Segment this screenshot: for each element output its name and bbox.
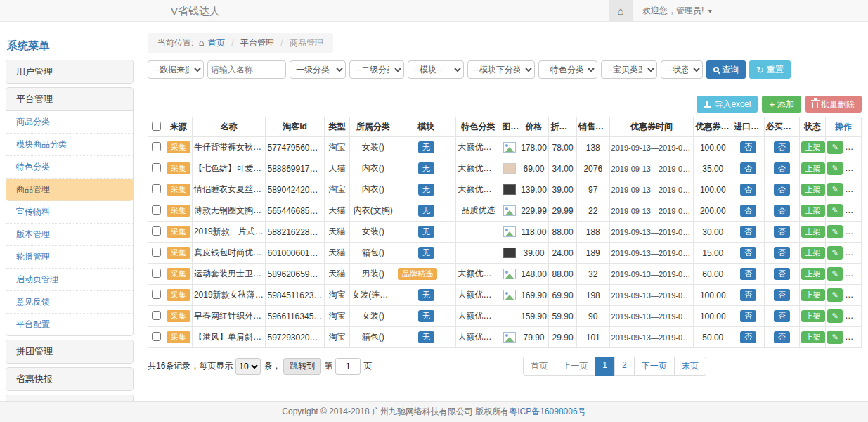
- edit-button[interactable]: ✎: [827, 204, 843, 217]
- import-select-badge[interactable]: 否: [740, 247, 756, 260]
- edit-button[interactable]: ✎: [827, 309, 843, 323]
- pager-first[interactable]: 首页: [523, 357, 555, 376]
- sidebar-item[interactable]: 宣传物料: [6, 201, 133, 224]
- row-checkbox[interactable]: [152, 269, 161, 278]
- row-checkbox[interactable]: [152, 184, 161, 193]
- add-button[interactable]: + 添加: [762, 96, 801, 113]
- import-select-badge[interactable]: 否: [740, 162, 756, 175]
- import-select-badge[interactable]: 否: [740, 141, 756, 154]
- sales-count: 188: [576, 222, 609, 243]
- topbar: V省钱达人 ⌂ 欢迎您，管理员! ▾: [0, 0, 868, 22]
- edit-button[interactable]: ✎: [827, 246, 843, 260]
- feature-category: 大额优惠券: [456, 285, 500, 306]
- source-badge: 采集: [167, 141, 190, 154]
- must-buy-badge[interactable]: 否: [774, 162, 790, 175]
- import-select-badge[interactable]: 否: [740, 184, 756, 196]
- status-select[interactable]: --状态--: [661, 60, 703, 79]
- must-buy-badge[interactable]: 否: [774, 141, 790, 154]
- module-subcategory-select[interactable]: --模块下分类--: [467, 60, 535, 79]
- row-checkbox[interactable]: [152, 226, 161, 236]
- row-checkbox[interactable]: [152, 163, 161, 172]
- edit-button[interactable]: ✎: [827, 141, 843, 154]
- sidebar-panel-toggle[interactable]: 省惠快报: [6, 368, 133, 390]
- row-checkbox[interactable]: [152, 290, 161, 299]
- sidebar-item[interactable]: 平台配置: [6, 314, 133, 335]
- import-select-badge[interactable]: 否: [740, 226, 756, 238]
- must-buy-badge[interactable]: 否: [774, 247, 790, 260]
- import-excel-button[interactable]: 导入excel: [697, 96, 758, 113]
- sidebar-item[interactable]: 商品分类: [6, 111, 133, 134]
- pager-page-1[interactable]: 1: [595, 357, 615, 376]
- import-select-badge[interactable]: 否: [740, 310, 756, 323]
- name-search-input[interactable]: [207, 60, 286, 79]
- row-checkbox[interactable]: [152, 332, 161, 341]
- status-badge[interactable]: 上架: [801, 268, 825, 281]
- pager-last[interactable]: 末页: [674, 357, 706, 376]
- must-buy-badge[interactable]: 否: [774, 331, 790, 344]
- import-select-badge[interactable]: 否: [740, 205, 756, 217]
- status-badge[interactable]: 上架: [801, 162, 825, 175]
- category1-select[interactable]: 一级分类: [290, 60, 346, 79]
- taoke-id: 596611634525: [266, 306, 324, 327]
- pager-page-2[interactable]: 2: [614, 357, 635, 376]
- item-type-select[interactable]: --宝贝类型--: [601, 60, 657, 79]
- sidebar-item[interactable]: 商品管理: [6, 179, 133, 201]
- row-checkbox[interactable]: [152, 248, 161, 257]
- module-badge: 无: [418, 205, 434, 217]
- edit-button[interactable]: ✎: [827, 267, 843, 281]
- sidebar-item[interactable]: 轮播管理: [6, 246, 133, 269]
- per-page-select[interactable]: 10: [235, 358, 261, 375]
- reset-button[interactable]: ↻ 重置: [749, 60, 791, 79]
- status-badge[interactable]: 上架: [801, 141, 825, 154]
- page-number-input[interactable]: [335, 358, 361, 375]
- price: 79.90: [519, 327, 549, 348]
- import-select-badge[interactable]: 否: [740, 289, 756, 302]
- jump-to-button[interactable]: 跳转到: [283, 358, 321, 375]
- status-badge[interactable]: 上架: [801, 331, 825, 344]
- import-select-badge[interactable]: 否: [740, 331, 756, 344]
- edit-button[interactable]: ✎: [827, 288, 843, 302]
- import-select-badge[interactable]: 否: [740, 268, 756, 281]
- select-all-checkbox[interactable]: [152, 122, 161, 131]
- status-badge[interactable]: 上架: [801, 310, 825, 323]
- sidebar-item[interactable]: 意见反馈: [6, 291, 133, 314]
- must-buy-badge[interactable]: 否: [774, 289, 790, 302]
- icp-link[interactable]: 粤ICP备16098006号: [509, 406, 585, 418]
- sidebar-item[interactable]: 启动页管理: [6, 269, 133, 291]
- sidebar-item[interactable]: 模块商品分类: [6, 134, 133, 156]
- batch-delete-button[interactable]: 批量删除: [805, 96, 862, 113]
- must-buy-badge[interactable]: 否: [774, 205, 790, 217]
- category2-select[interactable]: --二级分类--: [349, 60, 404, 79]
- edit-button[interactable]: ✎: [827, 331, 843, 344]
- status-badge[interactable]: 上架: [801, 205, 825, 217]
- must-buy-badge[interactable]: 否: [774, 310, 790, 323]
- row-checkbox[interactable]: [152, 205, 161, 215]
- status-badge[interactable]: 上架: [801, 184, 825, 196]
- data-source-select[interactable]: --数据来源--: [148, 60, 204, 79]
- feature-category-select[interactable]: --特色分类--: [538, 60, 597, 79]
- status-badge[interactable]: 上架: [801, 226, 825, 238]
- must-buy-badge[interactable]: 否: [774, 226, 790, 238]
- sidebar-panel-platform-toggle[interactable]: 平台管理: [6, 88, 133, 111]
- row-checkbox[interactable]: [152, 142, 161, 151]
- query-button[interactable]: 查询: [706, 60, 746, 79]
- user-menu[interactable]: 欢迎您，管理员! ▾: [642, 5, 712, 17]
- module-select[interactable]: --模块--: [408, 60, 464, 79]
- edit-button[interactable]: ✎: [827, 225, 843, 238]
- edit-button[interactable]: ✎: [827, 162, 843, 175]
- status-badge[interactable]: 上架: [801, 247, 825, 260]
- home-button[interactable]: ⌂: [609, 0, 633, 22]
- status-badge[interactable]: 上架: [801, 289, 825, 302]
- pager-next[interactable]: 下一页: [634, 357, 675, 376]
- row-checkbox[interactable]: [152, 311, 161, 320]
- coupon-amount: 100.00: [694, 179, 732, 200]
- edit-button[interactable]: ✎: [827, 183, 843, 196]
- sidebar-panel-toggle[interactable]: 拼团管理: [6, 340, 133, 363]
- must-buy-badge[interactable]: 否: [774, 184, 790, 196]
- sidebar-item[interactable]: 特色分类: [6, 156, 133, 179]
- must-buy-badge[interactable]: 否: [774, 268, 790, 281]
- pager-prev[interactable]: 上一页: [555, 357, 595, 376]
- sidebar-panel-users-toggle[interactable]: 用户管理: [6, 60, 133, 83]
- sidebar-item[interactable]: 版本管理: [6, 224, 133, 246]
- breadcrumb-home-link[interactable]: 首页: [208, 38, 225, 48]
